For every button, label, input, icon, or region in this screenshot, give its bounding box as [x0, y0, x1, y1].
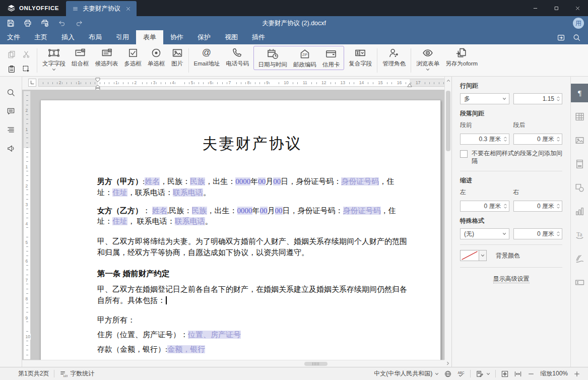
- form-field-placeholder[interactable]: 00: [260, 207, 268, 215]
- tab-文件[interactable]: 文件: [0, 30, 27, 44]
- fit-page-button[interactable]: [501, 370, 509, 378]
- special-indent-spinner[interactable]: 0 厘米: [513, 228, 563, 239]
- special-indent-select[interactable]: (无): [460, 228, 509, 239]
- vertical-scroll-thumb[interactable]: [446, 91, 450, 151]
- background-color-dropdown[interactable]: [479, 250, 487, 261]
- zoom-in-button[interactable]: [573, 370, 581, 378]
- form-field-placeholder[interactable]: 民族: [192, 207, 207, 215]
- form-field-placeholder[interactable]: 民族: [190, 177, 205, 185]
- radio-button[interactable]: 单选框: [145, 46, 168, 67]
- spinner-arrows-icon[interactable]: [503, 202, 507, 210]
- scroll-right-button[interactable]: [444, 360, 451, 367]
- phone-field-button[interactable]: 电话号码: [223, 46, 252, 67]
- undo-button[interactable]: [57, 19, 67, 28]
- comments-sidebar-button[interactable]: [6, 106, 16, 116]
- tab-协作[interactable]: 协作: [163, 30, 190, 44]
- paragraph-settings-tab[interactable]: ¶: [571, 84, 588, 102]
- email-field-button[interactable]: @Email地址: [191, 46, 223, 67]
- form-field-placeholder[interactable]: 住址: [112, 188, 127, 197]
- set-document-language-button[interactable]: [444, 370, 452, 378]
- quick-print-button[interactable]: [40, 19, 49, 28]
- chevron-down-icon[interactable]: [52, 68, 56, 72]
- first-line-indent-marker[interactable]: [95, 78, 100, 82]
- chart-settings-tab[interactable]: [571, 202, 588, 221]
- vertical-scrollbar[interactable]: [444, 77, 451, 360]
- header-footer-settings-tab[interactable]: [571, 155, 588, 173]
- form-field-placeholder[interactable]: 00: [273, 177, 281, 185]
- text-art-settings-tab[interactable]: Ta: [571, 226, 588, 244]
- spinner-arrows-icon[interactable]: [556, 95, 560, 103]
- horizontal-scrollbar[interactable]: [22, 360, 444, 367]
- document-tab[interactable]: 夫妻财产协议 (...: [66, 1, 137, 16]
- spinner-arrows-icon[interactable]: [556, 230, 560, 238]
- manage-roles-button[interactable]: 管理角色: [379, 46, 409, 67]
- tab-保护[interactable]: 保护: [190, 30, 218, 44]
- search-sidebar-button[interactable]: [6, 88, 16, 97]
- tab-视图[interactable]: 视图: [218, 30, 245, 44]
- zoom-level[interactable]: 缩放100%: [540, 369, 568, 378]
- shape-settings-tab[interactable]: [571, 178, 588, 197]
- spacing-before-spinner[interactable]: 0.3 厘米: [460, 134, 509, 145]
- paste-button[interactable]: [5, 62, 18, 76]
- view-form-button[interactable]: 浏览表单: [413, 46, 442, 72]
- dropdown-list-button[interactable]: 候选列表: [92, 46, 121, 67]
- tab-stop-selector[interactable]: [28, 79, 36, 87]
- cut-button[interactable]: [20, 48, 33, 61]
- datetime-field-button[interactable]: 日期与时间: [255, 47, 290, 68]
- horizontal-ruler[interactable]: 211234567891011121314151617: [38, 79, 446, 87]
- tab-布局[interactable]: 布局: [82, 30, 109, 44]
- text-field-button[interactable]: 文字字段: [39, 46, 69, 72]
- spell-check-button[interactable]: ABC: [457, 370, 465, 378]
- form-field-placeholder[interactable]: 00: [275, 207, 283, 215]
- chevron-down-icon[interactable]: [426, 68, 430, 72]
- tab-引用[interactable]: 引用: [109, 30, 136, 44]
- table-settings-tab[interactable]: [571, 107, 588, 126]
- combo-box-button[interactable]: 组合框: [69, 46, 92, 67]
- feedback-sidebar-button[interactable]: [6, 144, 16, 153]
- credit-card-field-button[interactable]: 信用卡: [319, 47, 343, 68]
- fit-width-button[interactable]: [514, 370, 522, 378]
- tab-表单[interactable]: 表单: [136, 30, 163, 44]
- save-button[interactable]: [6, 19, 15, 28]
- tab-插入[interactable]: 插入: [54, 30, 82, 44]
- advanced-settings-link[interactable]: 显示高级设置: [460, 275, 562, 283]
- copy-button[interactable]: [5, 48, 18, 61]
- spinner-arrows-icon[interactable]: [503, 135, 507, 143]
- form-field-placeholder[interactable]: 联系电话: [173, 188, 203, 197]
- form-settings-tab[interactable]: [571, 273, 588, 292]
- zoom-out-button[interactable]: [527, 370, 535, 378]
- close-tab-icon[interactable]: [125, 6, 132, 12]
- spacing-after-spinner[interactable]: 0 厘米: [513, 134, 563, 145]
- redo-button[interactable]: [75, 19, 84, 28]
- indent-left-spinner[interactable]: 0 厘米: [460, 201, 509, 212]
- tab-插件[interactable]: 插件: [245, 30, 272, 44]
- scroll-up-icon[interactable]: [446, 79, 450, 83]
- track-changes-button[interactable]: [476, 370, 490, 378]
- search-button[interactable]: [572, 33, 581, 42]
- image-field-button[interactable]: 图片: [168, 46, 186, 67]
- horizontal-scroll-thumb[interactable]: [304, 362, 328, 366]
- navigation-sidebar-button[interactable]: [6, 125, 16, 135]
- document-canvas[interactable]: 夫妻财产协议男方（甲方）:姓名，民族：民族，出生：0000年00月00日，身份证…: [22, 90, 444, 360]
- close-window-button[interactable]: [567, 0, 588, 16]
- checkbox-button[interactable]: 多选框: [121, 46, 145, 67]
- maximize-button[interactable]: [546, 0, 567, 16]
- line-spacing-select[interactable]: 多: [460, 93, 509, 104]
- complex-field-button[interactable]: 复合字段: [346, 46, 375, 67]
- form-field-placeholder[interactable]: 姓名: [145, 177, 160, 185]
- signature-settings-tab[interactable]: [571, 249, 588, 268]
- open-file-location-button[interactable]: [557, 33, 565, 42]
- page-indicator[interactable]: 第1页共2页: [18, 369, 49, 378]
- document-page[interactable]: 夫妻财产协议男方（甲方）:姓名，民族：民族，出生：0000年00月00日，身份证…: [40, 100, 441, 360]
- save-as-oform-button[interactable]: 另存为oform: [442, 46, 481, 67]
- background-color-swatch[interactable]: [460, 250, 479, 261]
- user-avatar[interactable]: 用: [573, 18, 584, 29]
- minimize-button[interactable]: [525, 0, 546, 16]
- indent-right-spinner[interactable]: 0 厘米: [513, 201, 563, 212]
- image-settings-tab[interactable]: [571, 131, 588, 150]
- print-button[interactable]: [23, 19, 32, 28]
- same-style-spacing-checkbox[interactable]: [460, 150, 468, 158]
- spinner-arrows-icon[interactable]: [556, 202, 560, 210]
- form-field-placeholder[interactable]: 身份证号码: [341, 177, 379, 185]
- form-field-placeholder[interactable]: 金额，银行: [167, 345, 205, 353]
